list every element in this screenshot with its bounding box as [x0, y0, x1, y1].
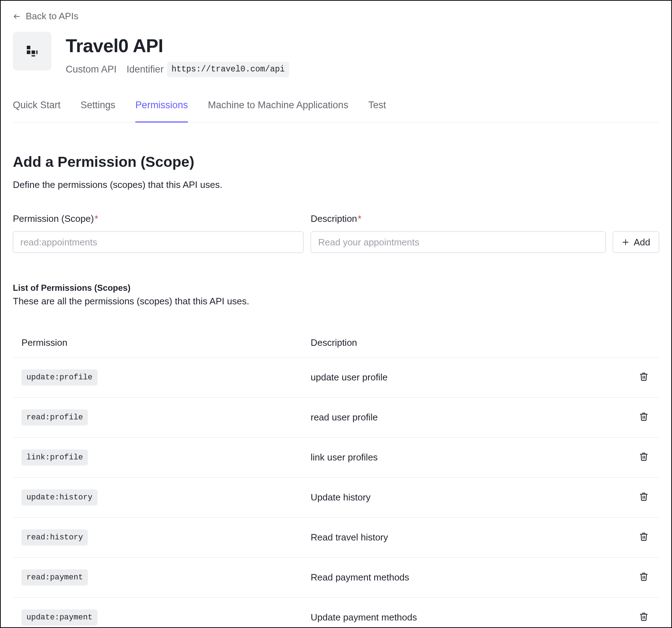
list-scope-subtext: These are all the permissions (scopes) t… — [13, 294, 659, 308]
delete-button[interactable] — [637, 490, 651, 503]
trash-icon — [639, 452, 648, 461]
tab-quick-start[interactable]: Quick Start — [13, 98, 61, 123]
permission-code: link:profile — [21, 449, 88, 465]
required-star-icon: * — [95, 213, 98, 224]
add-scope-subtext: Define the permissions (scopes) that thi… — [13, 178, 659, 192]
delete-button[interactable] — [637, 570, 651, 583]
list-scope-heading: List of Permissions (Scopes) — [13, 281, 659, 294]
permission-code: update:history — [21, 489, 97, 505]
svg-rect-1 — [27, 46, 30, 49]
arrow-left-icon — [13, 13, 21, 20]
table-row: update:historyUpdate history — [13, 478, 659, 518]
tab-test[interactable]: Test — [368, 98, 386, 123]
trash-icon — [639, 532, 648, 541]
table-row: update:paymentUpdate payment methods — [13, 598, 659, 628]
delete-button[interactable] — [637, 530, 651, 543]
trash-icon — [639, 612, 648, 621]
col-description: Description — [311, 336, 622, 350]
table-row: read:profileread user profile — [13, 398, 659, 438]
table-row: link:profilelink user profiles — [13, 438, 659, 478]
svg-rect-5 — [36, 50, 37, 54]
description-input[interactable] — [311, 231, 606, 253]
page-title: Travel0 API — [66, 32, 659, 60]
add-button-label: Add — [634, 237, 650, 248]
delete-button[interactable] — [637, 610, 651, 623]
trash-icon — [639, 492, 648, 501]
permission-input[interactable] — [13, 231, 304, 253]
description-label-text: Description — [311, 213, 357, 224]
svg-rect-4 — [31, 55, 35, 56]
tab-permissions[interactable]: Permissions — [135, 98, 188, 123]
permission-code: update:profile — [21, 369, 97, 385]
add-scope-heading: Add a Permission (Scope) — [13, 151, 659, 173]
delete-button[interactable] — [637, 410, 651, 423]
plus-icon — [622, 238, 630, 246]
permission-description: Update payment methods — [311, 610, 622, 624]
permission-code: update:payment — [21, 609, 97, 625]
delete-button[interactable] — [637, 450, 651, 463]
description-label: Description* — [311, 212, 606, 226]
breadcrumb-back-label: Back to APIs — [26, 9, 78, 23]
permission-code: read:profile — [21, 409, 88, 425]
breadcrumb-back[interactable]: Back to APIs — [13, 8, 659, 32]
api-avatar — [13, 32, 51, 70]
trash-icon — [639, 572, 648, 581]
permission-code: read:history — [21, 529, 88, 545]
permission-label: Permission (Scope)* — [13, 212, 304, 226]
permission-description: Read travel history — [311, 530, 622, 544]
tabs: Quick StartSettingsPermissionsMachine to… — [13, 98, 659, 123]
table-row: read:paymentRead payment methods — [13, 558, 659, 598]
table-row: read:historyRead travel history — [13, 518, 659, 558]
api-type-label: Custom API — [66, 62, 117, 77]
col-permission: Permission — [21, 336, 311, 350]
identifier-label: Identifier — [127, 62, 164, 77]
permission-description: link user profiles — [311, 450, 622, 464]
permission-label-text: Permission (Scope) — [13, 213, 94, 224]
permission-description: Read payment methods — [311, 570, 622, 584]
delete-button[interactable] — [637, 370, 651, 383]
identifier-value: https://travel0.com/api — [167, 62, 289, 77]
permission-description: update user profile — [311, 370, 622, 384]
trash-icon — [639, 412, 648, 421]
table-row: update:profileupdate user profile — [13, 358, 659, 398]
tab-machine-to-machine-applications[interactable]: Machine to Machine Applications — [208, 98, 348, 123]
tab-settings[interactable]: Settings — [81, 98, 116, 123]
svg-rect-3 — [31, 50, 35, 54]
permission-description: read user profile — [311, 410, 622, 424]
permission-description: Update history — [311, 490, 622, 504]
required-star-icon: * — [358, 213, 361, 224]
add-button[interactable]: Add — [613, 231, 659, 253]
trash-icon — [639, 372, 648, 381]
svg-rect-2 — [27, 50, 30, 54]
permission-code: read:payment — [21, 569, 88, 585]
